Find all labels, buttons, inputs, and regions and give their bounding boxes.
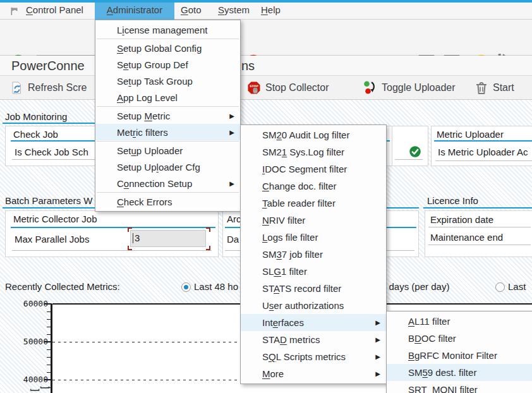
menu-item-al11-filter[interactable]: AL11 filter (387, 313, 532, 330)
menu-item-label: SM21 Sys.Log filter (262, 147, 344, 157)
menu-item-idoc-segment-filter[interactable]: IDOC Segment filter (241, 160, 386, 178)
menu-item-metric-filters[interactable]: Metric filters▶ (95, 124, 240, 140)
batch-parameters-underline (3, 207, 96, 209)
menu-separator (97, 192, 239, 193)
radio-7-days-label[interactable]: 7 days (per day) (381, 281, 449, 292)
y-axis-minor-tick (47, 311, 52, 313)
menu-bar: Control PanelAdministratorGotoSystemHelp (0, 3, 532, 20)
max-parallel-jobs-label: Max Parallel Jobs (15, 234, 89, 245)
app-button-refresh-scre[interactable]: Refresh Scre (9, 80, 87, 96)
radio-last-48-hours[interactable] (181, 282, 191, 292)
menubar-item-system[interactable]: System (218, 4, 250, 15)
menu-item-label: Setup Uploader (117, 145, 183, 156)
radio-last-30-days-label[interactable]: Last (508, 281, 526, 292)
submenu-arrow-icon: ▶ (229, 129, 234, 136)
job-monitoring-underline (3, 123, 95, 124)
menu-item-label: SQL Scripts metrics (262, 351, 346, 362)
administrator-menu: License managementSetup Global ConfigSet… (95, 20, 241, 212)
app-button-toggle-uploader[interactable]: Toggle Uploader (363, 80, 456, 96)
page-title: PowerConne (11, 59, 85, 73)
menu-item-sm20-audit-log-filter[interactable]: SM20 Audit Log filter (241, 126, 386, 143)
metric-filters-submenu: SM20 Audit Log filterSM21 Sys.Log filter… (240, 124, 387, 384)
radio-last-48-hours-label[interactable]: Last 48 ho (194, 281, 238, 292)
menubar-item-control-panel[interactable]: Control Panel (26, 4, 83, 15)
menubar-item-administrator[interactable]: Administrator (95, 3, 174, 20)
menu-item-setup-metric[interactable]: Setup Metric▶ (95, 107, 240, 124)
y-axis-major-tick (44, 341, 52, 342)
licence-info-title: Licence Info (427, 195, 478, 206)
maintenance-end-label: Maintenance end (430, 232, 503, 243)
menu-item-label: SLG1 filter (262, 266, 307, 277)
menu-item-check-errors[interactable]: Check Errors (95, 193, 240, 210)
menu-item-label: Metric filters (117, 127, 168, 138)
menu-item-logs-file-filter[interactable]: Logs file filter (241, 229, 386, 246)
submenu-arrow-icon: ▶ (229, 180, 234, 187)
menu-item-label: SM59 dest. filter (408, 367, 476, 378)
check-job-status-ok-icon (409, 145, 421, 158)
menu-item-label: Setup Group Def (117, 59, 188, 70)
menu-item-more[interactable]: More▶ (241, 365, 386, 382)
menu-item-label: Logs file filter (262, 232, 318, 243)
y-axis-major-tick (44, 303, 52, 305)
menu-item-setup-group-def[interactable]: Setup Group Def (95, 56, 240, 73)
batch-parameters-title: Batch Parameters W (5, 195, 92, 206)
menu-item-label: Check Errors (117, 196, 172, 207)
menu-item-label: Connection Setup (117, 178, 192, 189)
menu-item-label: IDOC Segment filter (262, 164, 347, 174)
menu-item-label: App Log Level (117, 92, 178, 103)
menu-item-interfaces[interactable]: Interfaces▶ (241, 314, 386, 331)
y-axis-minor-tick (47, 372, 52, 373)
menu-item-app-log-level[interactable]: App Log Level (95, 89, 240, 106)
menu-item-stats-record-filter[interactable]: STATS record filter (241, 280, 386, 297)
max-parallel-jobs-input[interactable]: 3 (130, 230, 206, 247)
menu-item-setup-uploader[interactable]: Setup Uploader (95, 142, 240, 159)
menu-item-nriv-filter[interactable]: NRIV filter (241, 212, 386, 229)
field-select-corner (206, 227, 210, 232)
app-button-label: Refresh Scre (28, 82, 87, 94)
menu-item-bgrfc-monitor-filter[interactable]: BgRFC Monitor Filter (387, 347, 532, 364)
menu-item-sql-scripts-metrics[interactable]: SQL Scripts metrics▶ (241, 348, 386, 365)
menu-item-setup-task-group[interactable]: Setup Task Group (95, 73, 240, 89)
menu-item-label: Setup Global Config (117, 43, 202, 54)
submenu-arrow-icon: ▶ (375, 353, 380, 360)
menu-item-user-authorizations[interactable]: User authorizations (241, 297, 386, 314)
menu-item-bdoc-filter[interactable]: BDOC filter (387, 330, 532, 347)
y-axis-major-tick (44, 379, 52, 380)
y-axis-minor-tick (47, 349, 52, 351)
menu-item-label: Table reader filter (262, 198, 336, 209)
radio-last-30-days[interactable] (495, 282, 505, 292)
submenu-arrow-icon: ▶ (229, 112, 234, 119)
expiration-date-label: Expiration date (430, 214, 493, 225)
field-select-corner (206, 246, 210, 250)
app-button-stop-collector[interactable]: STOPStop Collector (246, 80, 329, 96)
y-axis-tick-label: 50000 (15, 337, 48, 346)
menu-item-connection-setup[interactable]: Connection Setup▶ (95, 175, 240, 191)
menu-item-table-reader-filter[interactable]: Table reader filter (241, 195, 386, 212)
menu-item-slg1-filter[interactable]: SLG1 filter (241, 263, 386, 280)
menu-item-change-doc-filter[interactable]: Change doc. filter (241, 178, 386, 195)
menu-item-label: NRIV filter (262, 215, 305, 226)
menu-item-setup-global-config[interactable]: Setup Global Config (95, 40, 240, 56)
maintenance-end-underline (428, 245, 531, 245)
menu-item-label: Setup Task Group (117, 76, 193, 87)
menubar-item-help[interactable]: Help (261, 4, 281, 15)
toggle-icon (363, 80, 378, 95)
metric-uploader-row-label: Is Metric Uploader Ac (438, 147, 528, 157)
menu-item-license-management[interactable]: License management (95, 21, 240, 38)
check-job-row-label: Is Check Job Sch (15, 147, 88, 157)
menu-item-label: Setup Uploader Cfg (117, 162, 200, 172)
menu-item-setup-uploader-cfg[interactable]: Setup Uploader Cfg (95, 159, 240, 175)
menubar-item-goto[interactable]: Goto (181, 4, 202, 15)
metric-uploader-header-underline (434, 140, 532, 142)
menu-item-label: License management (117, 25, 207, 35)
page-title-fragment: ns (241, 59, 255, 73)
menu-item-sm37-job-filter[interactable]: SM37 job filter (241, 246, 386, 263)
menu-item-stad-metrics[interactable]: STAD metrics▶ (241, 331, 386, 348)
menu-separator (97, 39, 239, 39)
menu-item-sm59-dest-filter[interactable]: SM59 dest. filter (387, 364, 532, 381)
menu-item-srt-moni-filter[interactable]: SRT_MONI filter (387, 381, 532, 393)
metric-collector-header: Metric Collector Job (13, 214, 97, 224)
collector-row-underline (12, 250, 212, 251)
menu-item-sm21-sys-log-filter[interactable]: SM21 Sys.Log filter (241, 143, 386, 160)
app-button-start[interactable]: Start (474, 80, 514, 96)
